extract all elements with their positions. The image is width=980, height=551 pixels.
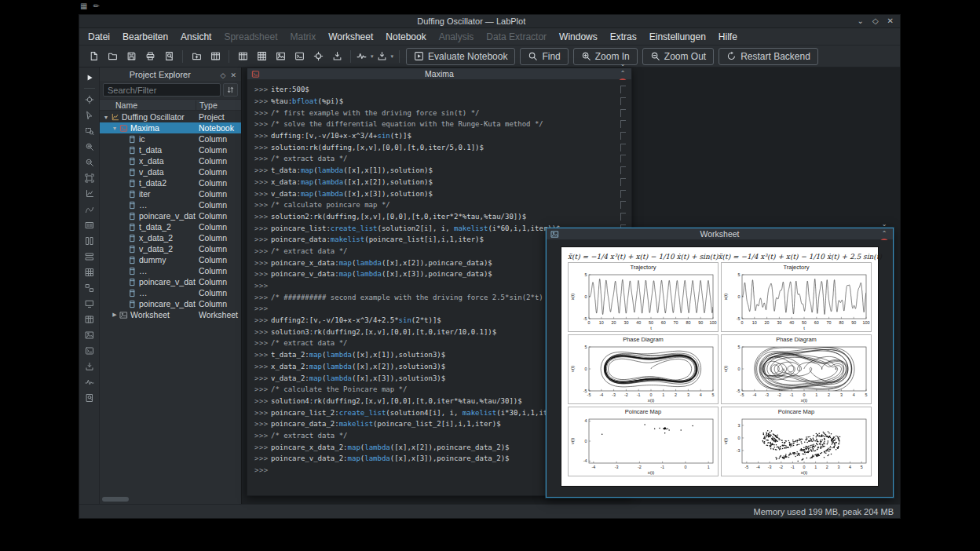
fit-page-tool-button[interactable] [82,171,97,184]
zoom-out-button[interactable]: Zoom Out [642,48,714,65]
new-live-data-button[interactable]: ▾ [355,48,375,65]
tree-header[interactable]: Name Type [100,99,241,111]
search-input[interactable] [103,83,221,97]
worksheet-titlebar[interactable]: Worksheet ⌄⌃✕ [547,228,893,240]
notebook-entry[interactable]: >>>t_data:map(lambda([x],x[1]),solution)… [247,165,631,177]
notebook-entry[interactable]: >>>x_data:map(lambda([x],x[2]),solution)… [247,177,631,188]
tree-header-type[interactable]: Type [196,100,241,110]
minimize-button[interactable]: ⌄ [858,17,864,25]
notebook-entry[interactable]: >>>v_data:map(lambda([x],x[3]),solution)… [247,188,631,199]
import-file-button[interactable] [327,48,346,65]
plot-phase-2[interactable]: Phase Diagram-5-4-3-2-101234550-5x(t)v(t… [721,334,872,404]
new-matrix-button[interactable] [252,48,271,65]
plot-poincare-2[interactable]: Poincare Map-5-4-3-2-101234530-3x(t)v(t) [721,407,872,476]
tree-row-[interactable]: …Column [100,287,241,298]
new-project-button[interactable] [84,48,103,65]
find-button[interactable]: Find [520,48,568,65]
dock-float-button[interactable]: ◇ [221,71,226,79]
tree-row-worksheet[interactable]: ▶WorksheetWorksheet [100,309,241,320]
tree-row-x-data[interactable]: x_dataColumn [100,155,241,166]
zoom-in-button[interactable]: Zoom In [573,48,638,65]
tree-header-name[interactable]: Name [100,100,196,110]
dock-close-button[interactable]: ✕ [230,71,236,79]
add-plot-tool-button[interactable] [82,187,97,200]
notebook-entry[interactable]: >>>%tau:bfloat(%pi)$ [247,96,631,108]
project-explorer-titlebar[interactable]: Project Explorer ◇✕ [100,68,241,81]
menu-item-notebook[interactable]: Notebook [379,30,432,44]
tree-row-poincare-v-data[interactable]: poincare_v_dataColumn [100,276,241,287]
live-data-tool-button[interactable] [82,375,97,389]
menu-item-ansicht[interactable]: Ansicht [174,30,218,44]
close-button[interactable]: ✕ [887,17,894,25]
new-worksheet-button[interactable] [271,48,290,65]
plot-poincare-1[interactable]: Poincare Map-4-3-2-10140-4x(t)v(t) [568,407,719,476]
print-button[interactable] [141,48,159,65]
tree-row-iter[interactable]: iterColumn [100,188,241,199]
notebook-entry[interactable]: >>>solution:rk(duffing,[x,v],[0,0],[t,0,… [247,141,631,153]
maximize-button[interactable]: ◇ [872,17,879,25]
new-folder-button[interactable] [187,48,206,65]
horizontal-layout-tool-button[interactable] [82,250,97,263]
menu-item-extras[interactable]: Extras [604,30,643,44]
worksheet-restore-button[interactable]: ⌃ [879,229,889,239]
zoom-in-tool-button[interactable] [82,140,97,153]
notebook-entry[interactable]: >>>/* first example with the driving for… [247,107,631,119]
expand-toolbar-button[interactable] [82,71,97,84]
zoom-select-tool-button[interactable] [82,124,97,137]
maxima-minimize-button[interactable]: ⌄ [618,60,627,69]
notebook-entry[interactable]: >>>/* calculate poincare map */ [247,199,631,211]
select-tool-button[interactable] [82,108,97,122]
tree-row-dummy[interactable]: dummyColumn [100,254,241,265]
tree-row-v-data-2[interactable]: v_data_2Column [100,243,241,254]
new-spreadsheet-tool-button[interactable] [82,312,97,326]
print-preview-button[interactable] [159,48,178,65]
tree-row-poincare-v-data-2[interactable]: poincare_v_data_2Column [100,298,241,309]
tree-row-t-data[interactable]: t_dataColumn [100,144,241,155]
tree-row-maxima[interactable]: ▼MaximaNotebook [100,122,241,133]
new-datapicker-button[interactable] [309,48,327,65]
import-tool-button[interactable] [82,359,97,373]
open-project-button[interactable] [103,48,122,65]
notebook-entry[interactable]: >>>solution2:rk(duffing,[x,v],[0,0],[t,0… [247,211,631,223]
crosshair-tool-button[interactable] [82,93,97,106]
maxima-titlebar[interactable]: Maxima ⌄⌃✕ [247,68,631,80]
menu-item-hilfe[interactable]: Hilfe [712,30,744,44]
expander-icon[interactable]: ▼ [102,115,110,120]
expander-icon[interactable]: ▼ [111,126,119,131]
new-worksheet-tool-button[interactable] [82,328,97,341]
tree-row-duffing-oscillator[interactable]: ▼Duffing OscillatorProject [100,111,241,122]
filter-options-button[interactable] [223,83,238,97]
edit-pencil-icon[interactable]: ✏ [93,2,99,11]
maxima-restore-button[interactable]: ⌃ [618,69,627,78]
plot-trajectory-1[interactable]: Trajectory010203040506070809010050-5tx(t… [568,262,719,332]
add-legend-tool-button[interactable] [82,218,97,232]
grid-layout-tool-button[interactable] [82,265,97,279]
evaluate-notebook-button[interactable]: Evaluate Notebook [406,48,515,65]
tree-row-[interactable]: …Column [100,199,241,210]
tree-row-[interactable]: …Column [100,265,241,276]
notebook-entry[interactable]: >>>/* solve the differential equation wi… [247,119,631,130]
preview-tool-button[interactable] [82,391,97,404]
new-notebook-button[interactable] [290,48,309,65]
notebook-entry[interactable]: >>>iter:500$ [247,84,631,96]
new-workbook-button[interactable] [206,48,225,65]
zoom-out-tool-button[interactable] [82,155,97,169]
notebook-entry[interactable]: >>>/* extract data */ [247,153,631,165]
add-curve-tool-button[interactable] [82,203,97,216]
presenter-mode-tool-button[interactable] [82,297,97,310]
scrollbar-thumb[interactable] [102,497,129,502]
worksheet-minimize-button[interactable]: ⌄ [879,220,889,229]
tree-row-v-data[interactable]: v_dataColumn [100,166,241,177]
save-project-button[interactable] [122,48,141,65]
vertical-layout-tool-button[interactable] [82,234,97,247]
expander-icon[interactable]: ▶ [111,312,119,318]
menu-item-datei[interactable]: Datei [82,30,116,44]
explorer-scrollbar[interactable] [102,496,239,502]
new-notebook-tool-button[interactable] [82,344,97,357]
tree-row-t-data-2[interactable]: t_data_2Column [100,221,241,232]
tree-row-t-data2[interactable]: t_data2Column [100,177,241,188]
app-grid-icon[interactable]: ▦ [80,2,87,11]
plot-phase-1[interactable]: Phase Diagram-5-4-3-2-101234550-5x(t)v(t… [568,334,719,404]
notebook-entry[interactable]: >>>duffing:[v,-v/10+x-x^3/4+sin(t)]$ [247,130,631,142]
restart-backend-button[interactable]: Restart Backend [719,48,818,65]
